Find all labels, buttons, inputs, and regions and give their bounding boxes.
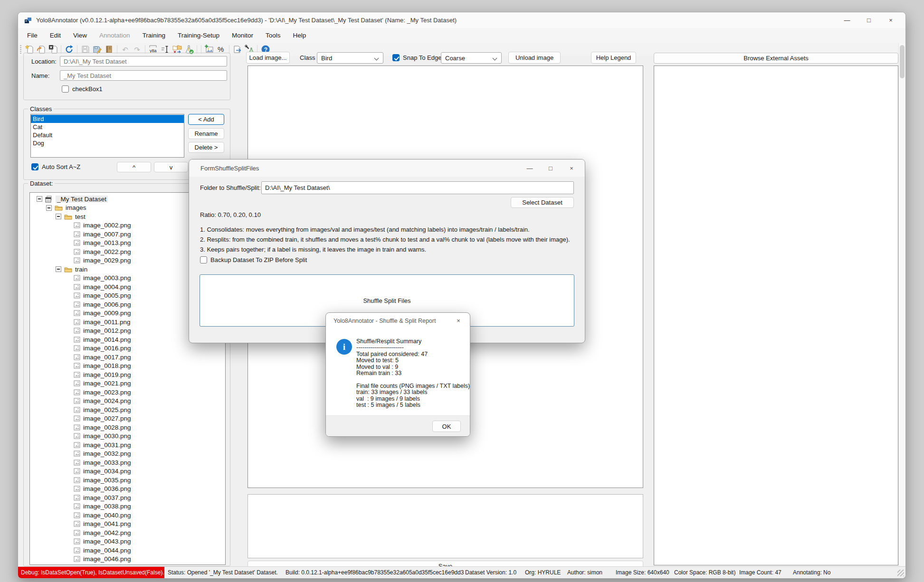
menu-monitor[interactable]: Monitor (226, 29, 259, 41)
tree-file-label: image_0044.png (83, 547, 131, 554)
close-button[interactable]: × (880, 13, 902, 28)
menu-training-setup[interactable]: Training-Setup (171, 29, 226, 41)
scrollbar-thumb[interactable] (900, 45, 905, 78)
folder-field[interactable]: D:\AI\_My Test Dataset\ (261, 181, 574, 194)
mode-combobox[interactable]: Coarse (441, 52, 502, 64)
status-dataset-version: Dataset Version: 1.0 (465, 569, 516, 576)
tree-file-label: image_0017.png (83, 354, 131, 361)
image-file-icon (74, 451, 80, 457)
tree-file-row[interactable]: image_0035.png (32, 476, 225, 485)
snap-to-edge-checkbox[interactable] (392, 54, 400, 61)
move-down-button[interactable]: v (154, 162, 188, 172)
tree-file-row[interactable]: image_0033.png (32, 458, 225, 467)
tree-file-label: image_0036.png (83, 485, 131, 492)
export-icon[interactable] (231, 44, 243, 55)
tree-file-row[interactable]: image_0019.png (32, 370, 225, 379)
right-scrollbar[interactable] (898, 43, 905, 566)
maximize-button[interactable]: □ (858, 13, 880, 28)
tree-file-label: image_0002.png (83, 222, 131, 229)
tree-file-row[interactable]: image_0024.png (32, 397, 225, 406)
class-item[interactable]: Dog (31, 139, 184, 147)
note-3: 3. Keeps pairs together; if a label is m… (200, 246, 426, 253)
tree-file-row[interactable]: image_0023.png (32, 388, 225, 397)
collapse-icon[interactable] (46, 205, 52, 211)
tree-file-label: image_0028.png (83, 424, 131, 431)
tree-train-label[interactable]: train (75, 266, 87, 273)
backup-zip-label: Backup Dataset To ZIP Before Split (210, 256, 307, 263)
tree-file-row[interactable]: image_0043.png (32, 537, 225, 546)
auto-sort-row[interactable]: Auto Sort A~Z (31, 163, 80, 170)
collapse-icon[interactable] (56, 214, 61, 219)
tree-file-row[interactable]: image_0038.png (32, 502, 225, 511)
load-image-button[interactable]: Load image... (246, 52, 290, 64)
tree-file-row[interactable]: image_0036.png (32, 485, 225, 494)
minimize-button[interactable]: — (836, 13, 858, 28)
menu-file[interactable]: File (21, 29, 44, 41)
auto-sort-checkbox[interactable] (31, 163, 38, 170)
location-field[interactable]: D:\AI\_My Test Dataset (60, 56, 227, 66)
dialog-minimize-button[interactable]: — (519, 161, 540, 175)
menu-training[interactable]: Training (136, 29, 171, 41)
menu-view[interactable]: View (67, 29, 93, 41)
tree-file-label: image_0038.png (83, 503, 131, 510)
unload-image-button[interactable]: Unload image (508, 52, 561, 64)
tree-file-row[interactable]: image_0042.png (32, 528, 225, 537)
tree-file-row[interactable]: image_0044.png (32, 546, 225, 555)
collapse-icon[interactable] (56, 266, 61, 272)
help-legend-button[interactable]: Help Legend (591, 52, 636, 64)
menu-edit[interactable]: Edit (44, 29, 67, 41)
tree-file-row[interactable]: image_0040.png (32, 511, 225, 520)
ok-button[interactable]: OK (432, 421, 461, 432)
checkbox1-row[interactable]: checkBox1 (62, 85, 103, 93)
class-combobox[interactable]: Bird (317, 52, 383, 64)
tree-root-label[interactable]: _My Test Dataset (56, 196, 108, 203)
tree-file-row[interactable]: image_0031.png (32, 441, 225, 450)
tree-file-row[interactable]: image_0027.png (32, 414, 225, 423)
browse-external-assets-button[interactable]: Browse External Assets (654, 53, 898, 64)
tree-file-row[interactable]: image_0041.png (32, 520, 225, 529)
select-dataset-button[interactable]: Select Dataset (511, 197, 574, 208)
tree-file-row[interactable]: image_0028.png (32, 423, 225, 432)
tree-file-row[interactable]: image_0037.png (32, 493, 225, 502)
tree-images-label[interactable]: images (66, 204, 86, 211)
delete-class-button[interactable]: Delete > (188, 142, 224, 153)
menu-help[interactable]: Help (286, 29, 312, 41)
move-up-button[interactable]: ^ (117, 162, 151, 172)
tree-val-row[interactable]: val (32, 563, 225, 565)
checkbox1[interactable] (62, 85, 69, 93)
messagebox-close-button[interactable]: × (449, 314, 468, 328)
tree-file-row[interactable]: image_0046.png (32, 555, 225, 564)
rename-class-button[interactable]: Rename (188, 128, 224, 139)
snap-to-edge-row[interactable]: Snap To Edge (392, 54, 441, 61)
tree-file-row[interactable]: image_0034.png (32, 467, 225, 476)
name-field[interactable]: _My Test Dataset (60, 70, 227, 81)
dialog-close-button[interactable]: × (561, 161, 582, 175)
tree-file-row[interactable]: image_0016.png (32, 344, 225, 353)
backup-zip-row[interactable]: Backup Dataset To ZIP Before Split (200, 256, 307, 263)
external-assets-panel[interactable] (654, 66, 898, 565)
collapse-icon[interactable] (37, 196, 42, 202)
tree-file-label: image_0019.png (83, 371, 131, 378)
class-item[interactable]: Default (31, 131, 184, 139)
classes-listbox[interactable]: Bird Cat Default Dog (30, 114, 184, 158)
tree-file-row[interactable]: image_0025.png (32, 405, 225, 414)
tree-file-row[interactable]: image_0017.png (32, 353, 225, 362)
class-item[interactable]: Cat (31, 123, 184, 131)
tree-file-label: image_0037.png (83, 494, 131, 501)
dataset-info-groupbox: Location: D:\AI\_My Test Dataset Name: _… (23, 53, 230, 100)
resize-grip[interactable] (897, 570, 904, 576)
tree-file-row[interactable]: image_0030.png (32, 432, 225, 441)
window-title: Yolo8Annotator (v0.0.12.1-alpha+ee9f86ba… (36, 17, 457, 24)
tree-file-label: image_0029.png (83, 257, 131, 264)
tree-file-label: image_0031.png (83, 441, 131, 449)
tree-val-label[interactable]: val (66, 564, 74, 565)
class-item[interactable]: Bird (31, 115, 184, 123)
dialog-maximize-button[interactable]: □ (540, 161, 561, 175)
tree-file-row[interactable]: image_0018.png (32, 362, 225, 371)
tree-file-row[interactable]: image_0032.png (32, 450, 225, 459)
tree-test-label[interactable]: test (75, 213, 86, 220)
backup-zip-checkbox[interactable] (200, 256, 207, 263)
add-class-button[interactable]: < Add (188, 114, 224, 125)
menu-tools[interactable]: Tools (259, 29, 287, 41)
tree-file-row[interactable]: image_0021.png (32, 379, 225, 388)
